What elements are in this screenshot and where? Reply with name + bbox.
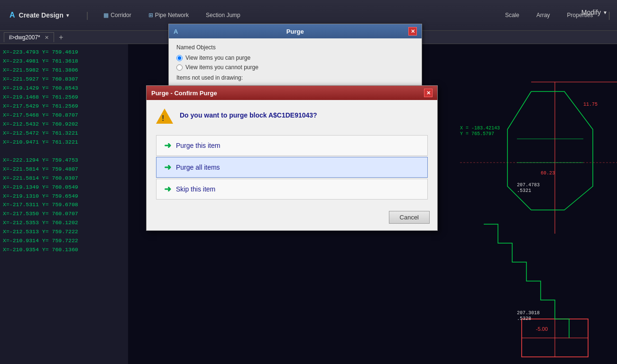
confirm-purge-dialog: Purge - Confirm Purge ✕ Do you want to p…: [146, 85, 438, 231]
section-jump-label: Section Jump: [206, 12, 240, 18]
create-design-label: Create Design: [19, 11, 64, 19]
confirm-close-button[interactable]: ✕: [424, 89, 433, 97]
coordinate-line: X=-217.5429 Y= 761.2569: [3, 102, 125, 111]
coordinate-line: X=-221.5814 Y= 760.0307: [3, 174, 125, 183]
confirm-footer: Cancel: [147, 206, 437, 230]
warning-icon: [156, 109, 173, 126]
tab-close-icon[interactable]: ✕: [45, 35, 49, 40]
pipe-network-button[interactable]: ⊞ Pipe Network: [145, 10, 193, 20]
svg-text:Y = 765.5797: Y = 765.5797: [460, 131, 494, 136]
svg-text:207.4783: 207.4783: [517, 182, 540, 188]
active-tab[interactable]: il>dwg2007* ✕: [4, 32, 54, 42]
purge-bg-title-bar: A Purge ✕: [169, 24, 422, 38]
confirm-dialog-title: Purge - Confirm Purge: [151, 90, 217, 97]
warning-triangle: [156, 109, 173, 124]
pipe-network-label: Pipe Network: [155, 12, 189, 18]
new-tab-button[interactable]: +: [56, 33, 66, 42]
svg-text:X = -183.42143: X = -183.42143: [460, 126, 500, 131]
svg-text:11.75: 11.75: [583, 102, 598, 107]
purge-question-text: Do you want to purge block A$C1DE91043?: [180, 109, 317, 119]
purge-bg-body: Named Objects View items you can purge V…: [169, 38, 422, 89]
view-cannot-purge-radio[interactable]: [176, 64, 183, 71]
coordinate-line: X=-210.9314 Y= 759.7222: [3, 237, 125, 246]
purge-all-label: Purge all items: [176, 164, 220, 171]
array-button[interactable]: Array: [533, 10, 554, 20]
svg-text:-5.00: -5.00: [536, 326, 548, 332]
coordinate-line: X=-221.5814 Y= 759.4807: [3, 165, 125, 174]
coordinate-line: X=-212.5432 Y= 760.9202: [3, 120, 125, 129]
question-row: Do you want to purge block A$C1DE91043?: [156, 109, 428, 126]
scale-label: Scale: [505, 12, 519, 18]
corridor-button[interactable]: ▦ Corridor: [100, 10, 135, 20]
array-label: Array: [536, 12, 550, 18]
modify-arrow-icon: ▼: [603, 10, 608, 15]
svg-text:60.23: 60.23: [541, 171, 555, 176]
radio-row-1: View items you can purge: [176, 55, 414, 61]
tab-label: il>dwg2007*: [9, 34, 40, 41]
skip-item-arrow-icon: ➜: [164, 184, 171, 194]
coordinate-line: X=-217.5468 Y= 760.8707: [3, 111, 125, 120]
coordinate-line: X=-219.1310 Y= 759.6549: [3, 192, 125, 201]
items-not-used-label: Items not used in drawing:: [176, 74, 414, 81]
coordinate-line: X=-212.5313 Y= 759.7222: [3, 228, 125, 237]
section-jump-button[interactable]: Section Jump: [202, 10, 244, 20]
corridor-label: Corridor: [111, 12, 131, 18]
radio-row-2: View items you cannot purge: [176, 64, 414, 71]
svg-text:.5321: .5321: [517, 188, 531, 193]
svg-text:.5328: .5328: [517, 316, 531, 321]
coordinate-line: X=-219.1429 Y= 760.8543: [3, 84, 125, 93]
coordinate-line: X=-219.1349 Y= 760.0549: [3, 183, 125, 192]
create-design-arrow-icon: ▼: [65, 13, 70, 18]
svg-text:207.3018: 207.3018: [517, 310, 540, 316]
coordinate-line: X=-219.1468 Y= 761.2569: [3, 93, 125, 102]
coordinate-line: X=-210.9471 Y= 761.3221: [3, 138, 125, 147]
coordinate-line: X=-221.5927 Y= 760.8307: [3, 75, 125, 84]
create-design-button[interactable]: A Create Design ▼: [5, 8, 75, 22]
view-can-purge-radio[interactable]: [176, 55, 183, 61]
coordinate-line: [3, 147, 125, 156]
coordinate-line: X=-223.4981 Y= 761.3618: [3, 57, 125, 66]
view-can-purge-label: View items you can purge: [185, 55, 250, 61]
view-cannot-purge-label: View items you cannot purge: [185, 64, 258, 71]
skip-item-label: Skip this item: [176, 185, 215, 193]
purge-all-arrow-icon: ➜: [164, 162, 171, 173]
modify-label: Modify: [581, 9, 601, 16]
coordinate-line: X=-217.5350 Y= 760.0707: [3, 209, 125, 218]
coordinate-line: X=-212.5353 Y= 760.1202: [3, 218, 125, 228]
coordinate-line: X=-222.1294 Y= 759.4753: [3, 156, 125, 165]
named-objects-label: Named Objects: [176, 44, 414, 51]
coordinate-panel: X=-223.4793 Y= 759.4619X=-223.4981 Y= 76…: [0, 44, 128, 364]
coordinate-line: X=-223.4793 Y= 759.4619: [3, 48, 125, 57]
modify-button[interactable]: Modify ▼: [581, 9, 608, 16]
coordinate-line: X=-212.5472 Y= 761.3221: [3, 129, 125, 138]
scale-button[interactable]: Scale: [501, 10, 523, 20]
purge-this-item-button[interactable]: ➜ Purge this item: [156, 135, 428, 156]
cancel-button[interactable]: Cancel: [389, 211, 430, 224]
coordinate-line: X=-210.9354 Y= 760.1360: [3, 246, 125, 255]
purge-item-arrow-icon: ➜: [164, 140, 171, 151]
purge-bg-title-text: Purge: [182, 28, 408, 35]
purge-all-items-button[interactable]: ➜ Purge all items: [156, 157, 428, 178]
coordinate-line: X=-217.5311 Y= 759.6708: [3, 200, 125, 209]
purge-bg-close-button[interactable]: ✕: [408, 27, 417, 36]
skip-this-item-button[interactable]: ➜ Skip this item: [156, 179, 428, 200]
coordinate-lines: X=-223.4793 Y= 759.4619X=-223.4981 Y= 76…: [3, 48, 125, 255]
purge-item-label: Purge this item: [176, 142, 220, 149]
confirm-title-bar: Purge - Confirm Purge ✕: [147, 86, 437, 100]
confirm-dialog-body: Do you want to purge block A$C1DE91043? …: [147, 100, 437, 206]
coordinate-line: X=-221.5982 Y= 761.3806: [3, 66, 125, 75]
